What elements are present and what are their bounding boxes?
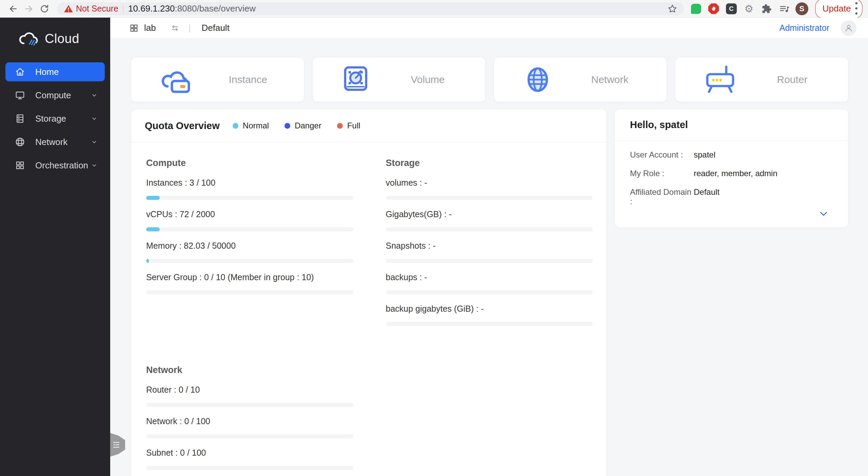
browser-back-button[interactable] xyxy=(5,1,21,17)
administrator-link[interactable]: Administrator xyxy=(780,23,829,33)
progress-track xyxy=(146,259,353,263)
extensions-area: C ⚙ S Update ••• xyxy=(689,0,863,19)
bookmark-star-icon[interactable] xyxy=(667,4,677,14)
browser-forward-button[interactable] xyxy=(21,1,37,17)
browser-profile-avatar[interactable]: S xyxy=(795,2,809,16)
quota-item: Router : 0 / 10 xyxy=(146,385,353,407)
playlist-icon[interactable] xyxy=(777,2,791,16)
legend-dot-icon xyxy=(337,123,343,129)
volume-card[interactable]: Volume xyxy=(313,58,485,102)
router-icon xyxy=(704,65,736,94)
progress-fill xyxy=(146,196,160,200)
user-info-label: User Account : xyxy=(630,150,694,160)
user-avatar[interactable] xyxy=(841,20,856,36)
user-info-value: Default xyxy=(694,187,719,206)
sidebar-item-home[interactable]: Home xyxy=(5,62,105,81)
quota-item: backups : - xyxy=(386,272,593,294)
security-status-label[interactable]: Not Secure xyxy=(76,4,118,14)
expand-panel-button[interactable] xyxy=(818,208,829,219)
switch-arrows-icon xyxy=(170,23,180,33)
omnibox-divider xyxy=(123,5,123,13)
address-bar[interactable]: Not Secure 10.69.1.230 :8080/base/overvi… xyxy=(57,2,684,15)
progress-track xyxy=(146,227,353,231)
progress-track xyxy=(386,290,593,294)
panels-row: Quota Overview NormalDangerFull ComputeI… xyxy=(131,109,848,476)
legend-item: Normal xyxy=(233,121,269,130)
quota-item: Gigabytes(GB) : - xyxy=(386,209,593,231)
quota-section-network: NetworkRouter : 0 / 10Network : 0 / 100S… xyxy=(146,365,353,470)
quota-title: Quota Overview xyxy=(145,120,220,131)
compute-monitor-icon xyxy=(15,90,25,100)
quota-item-label: Snapshots : - xyxy=(386,241,593,251)
legend-item: Danger xyxy=(284,121,321,130)
chevron-down-icon xyxy=(91,162,98,169)
user-info-value: reader, member, admin xyxy=(694,169,777,178)
sidebar-item-compute[interactable]: Compute xyxy=(5,86,105,105)
quota-header: Quota Overview NormalDangerFull xyxy=(131,109,606,142)
user-info-title: Hello, spatel xyxy=(615,109,848,141)
storage-rack-icon xyxy=(15,113,25,124)
orchestration-grid-icon xyxy=(15,160,25,170)
quota-item-label: Network : 0 / 100 xyxy=(146,416,353,426)
project-name: lab xyxy=(144,23,156,33)
quota-overview-panel: Quota Overview NormalDangerFull ComputeI… xyxy=(131,109,606,476)
user-info-row: Affiliated Domain :Default xyxy=(630,187,833,206)
legend-dot-icon xyxy=(233,123,238,129)
chevron-down-icon xyxy=(91,115,98,122)
router-card[interactable]: Router xyxy=(675,58,848,102)
legend-label: Full xyxy=(347,121,360,130)
app-logo[interactable]: Cloud xyxy=(0,18,110,47)
browser-reload-button[interactable] xyxy=(37,1,52,17)
quota-column-left: ComputeInstances : 3 / 100vCPUs : 72 / 2… xyxy=(146,155,353,470)
sidebar-item-storage[interactable]: Storage xyxy=(5,109,105,128)
page-content: Instance xyxy=(110,39,868,476)
url-path-text: :8080/base/overview xyxy=(175,3,255,14)
quota-item: Memory : 82.03 / 50000 xyxy=(146,241,353,263)
progress-track xyxy=(386,322,593,326)
sidebar-item-network[interactable]: Network xyxy=(5,132,105,151)
progress-track xyxy=(386,259,593,263)
network-globe-icon xyxy=(522,64,553,95)
app-header: lab | Default Administrator xyxy=(110,18,868,39)
browser-toolbar: Not Secure 10.69.1.230 :8080/base/overvi… xyxy=(0,0,868,18)
settings-gear-icon[interactable]: ⚙ xyxy=(742,2,756,16)
sidebar-nav: Home Compute Storage xyxy=(0,62,110,175)
quota-item: vCPUs : 72 / 2000 xyxy=(146,209,353,231)
switch-project-button[interactable] xyxy=(170,23,180,33)
legend-item: Full xyxy=(337,121,360,130)
progress-track xyxy=(386,227,593,231)
quota-item: Subnet : 0 / 100 xyxy=(146,448,353,470)
instance-card[interactable]: Instance xyxy=(131,58,304,102)
evernote-extension-icon[interactable] xyxy=(689,2,703,16)
legend-label: Normal xyxy=(243,121,269,130)
legend-dot-icon xyxy=(284,123,290,129)
progress-track xyxy=(146,466,353,470)
chevron-down-icon xyxy=(91,91,98,99)
menu-fold-icon xyxy=(112,441,120,449)
user-info-label: Affiliated Domain : xyxy=(630,187,694,206)
browser-menu-icon[interactable]: ••• xyxy=(855,1,858,16)
main-area: lab | Default Administrator xyxy=(110,18,868,476)
quota-section-compute: ComputeInstances : 3 / 100vCPUs : 72 / 2… xyxy=(146,158,353,294)
home-icon xyxy=(15,67,25,77)
resource-cards: Instance xyxy=(131,58,848,102)
quota-item-label: backup gigabytes (GiB) : - xyxy=(386,304,593,314)
quota-item-label: Gigabytes(GB) : - xyxy=(386,209,593,219)
quota-column-right: Storagevolumes : -Gigabytes(GB) : -Snaps… xyxy=(386,155,593,470)
user-info-value: spatel xyxy=(694,150,715,160)
user-info-row: My Role :reader, member, admin xyxy=(630,169,833,178)
extensions-puzzle-icon[interactable] xyxy=(760,2,774,16)
instance-icon xyxy=(160,65,192,94)
back-arrow-icon xyxy=(8,4,18,14)
quota-section-storage: Storagevolumes : -Gigabytes(GB) : -Snaps… xyxy=(386,158,593,326)
extension-icon[interactable]: C xyxy=(724,2,738,16)
sidebar-item-orchestration[interactable]: Orchestration xyxy=(5,156,105,175)
adblock-extension-icon[interactable] xyxy=(707,2,721,16)
sidebar: Cloud Home Compute xyxy=(0,18,110,476)
quota-section-title: Storage xyxy=(386,158,593,168)
quota-item-label: Subnet : 0 / 100 xyxy=(146,448,353,458)
browser-update-button[interactable]: Update ••• xyxy=(815,0,863,19)
person-icon xyxy=(844,23,853,33)
network-card[interactable]: Network xyxy=(494,58,667,102)
quota-item-label: backups : - xyxy=(386,272,593,282)
